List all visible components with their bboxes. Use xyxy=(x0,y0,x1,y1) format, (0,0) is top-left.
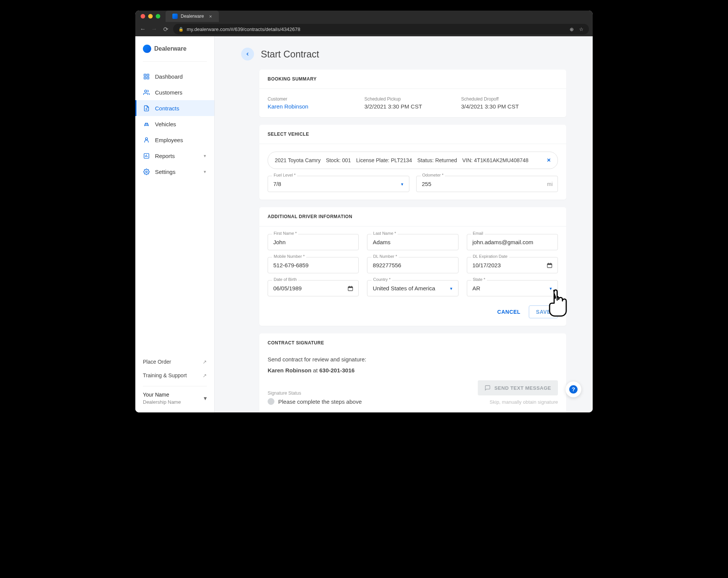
vehicle-chip[interactable]: 2021 Toyota Camry Stock: 001 License Pla… xyxy=(268,152,558,169)
card-heading: BOOKING SUMMARY xyxy=(259,70,566,89)
nav-label: Settings xyxy=(155,169,175,175)
vehicle-vin: VIN: 4T1K61AK2MU408748 xyxy=(462,157,528,163)
minimize-window-icon[interactable] xyxy=(148,14,153,19)
window-controls xyxy=(141,14,160,19)
divider xyxy=(143,386,207,386)
sidebar-item-contracts[interactable]: Contracts xyxy=(135,100,214,116)
state-select[interactable] xyxy=(467,280,558,296)
footer-link-label: Place Order xyxy=(143,359,171,365)
favicon-icon xyxy=(172,14,178,19)
recipient-phone: 630-201-3016 xyxy=(319,367,355,373)
browser-tab[interactable]: Dealerware × xyxy=(166,11,219,22)
first-name-input[interactable] xyxy=(268,234,359,250)
maximize-window-icon[interactable] xyxy=(156,14,160,19)
brand-logo[interactable]: Dealerware xyxy=(135,36,214,58)
place-order-link[interactable]: Place Order ↗ xyxy=(143,355,207,369)
vehicle-stock: Stock: 001 xyxy=(326,157,351,163)
page-title: Start Contract xyxy=(261,49,319,60)
nav-label: Customers xyxy=(155,89,183,96)
dropoff-value: 3/4/2021 3:30 PM CST xyxy=(461,103,558,110)
dropoff-label: Scheduled Dropoff xyxy=(461,96,558,102)
chat-icon xyxy=(485,385,491,391)
email-label: Email xyxy=(471,231,485,236)
nav-label: Employees xyxy=(155,137,183,143)
titlebar: Dealerware × xyxy=(135,11,593,22)
dob-input[interactable] xyxy=(268,280,359,296)
external-link-icon: ↗ xyxy=(203,373,207,378)
browser-window: Dealerware × ← → ⟳ 🔒 my.dealerware.com/#… xyxy=(135,11,593,412)
dl-expiration-input[interactable] xyxy=(467,257,558,273)
signature-status-text: Please complete the steps above xyxy=(278,398,362,405)
back-button[interactable] xyxy=(241,48,254,60)
nav: Dashboard Customers Contracts Vehicles E… xyxy=(135,65,214,355)
last-name-input[interactable] xyxy=(367,234,458,250)
account-menu[interactable]: Your Name Dealership Name ▾ xyxy=(143,392,207,405)
pickup-value: 3/2/2021 3:30 PM CST xyxy=(364,103,461,110)
email-input[interactable] xyxy=(467,234,558,250)
nav-label: Contracts xyxy=(155,105,179,112)
chevron-down-icon: ▼ xyxy=(203,170,207,174)
sidebar-item-dashboard[interactable]: Dashboard xyxy=(135,68,214,84)
zoom-icon[interactable]: ⊕ xyxy=(570,26,574,32)
url-text: my.dealerware.com/#/639/contracts/detail… xyxy=(187,26,300,32)
help-fab-button[interactable]: ? xyxy=(565,381,581,397)
skip-signature-link[interactable]: Skip, manually obtain signature xyxy=(478,399,558,405)
dl-expiration-label: DL Expiration Date xyxy=(471,254,509,259)
driver-info-card: ADDITIONAL DRIVER INFORMATION First Name… xyxy=(259,207,566,326)
logo-icon xyxy=(143,45,151,53)
clear-vehicle-icon[interactable]: × xyxy=(547,157,551,164)
bookmark-icon[interactable]: ☆ xyxy=(579,26,584,32)
mobile-input[interactable] xyxy=(268,257,359,273)
reload-icon[interactable]: ⟳ xyxy=(162,25,169,33)
signature-instruction: Send contract for review and signature: xyxy=(268,356,558,363)
send-text-label: SEND TEXT MESSAGE xyxy=(494,385,551,391)
card-heading: ADDITIONAL DRIVER INFORMATION xyxy=(259,207,566,226)
customer-label: Customer xyxy=(268,96,364,102)
vehicles-icon xyxy=(143,121,150,127)
nav-back-icon[interactable]: ← xyxy=(139,25,147,33)
training-support-link[interactable]: Training & Support ↗ xyxy=(143,369,207,382)
footer-link-label: Training & Support xyxy=(143,372,187,378)
last-name-label: Last Name * xyxy=(372,231,398,236)
odometer-input[interactable] xyxy=(416,176,558,192)
dob-label: Date of Birth xyxy=(272,277,298,282)
tab-title: Dealerware xyxy=(181,14,204,19)
status-dot-icon xyxy=(268,398,274,405)
contract-signature-card: CONTRACT SIGNATURE Send contract for rev… xyxy=(259,333,566,412)
chevron-down-icon: ▼ xyxy=(203,154,207,158)
dashboard-icon xyxy=(143,73,150,80)
sidebar: Dealerware Dashboard Customers Contracts xyxy=(135,36,215,412)
sidebar-item-vehicles[interactable]: Vehicles xyxy=(135,116,214,132)
customers-icon xyxy=(143,89,150,96)
close-tab-icon[interactable]: × xyxy=(209,14,212,19)
dealership-name: Dealership Name xyxy=(143,399,181,405)
svg-point-12 xyxy=(146,171,147,172)
chevron-down-icon: ▾ xyxy=(204,395,207,402)
save-button[interactable]: SAVE xyxy=(529,305,558,318)
booking-summary-card: BOOKING SUMMARY Customer Karen Robinson … xyxy=(259,70,566,117)
sidebar-item-reports[interactable]: Reports ▼ xyxy=(135,148,214,164)
dl-number-label: DL Number * xyxy=(372,254,398,259)
svg-point-7 xyxy=(145,138,147,140)
dl-number-input[interactable] xyxy=(367,257,458,273)
brand-name: Dealerware xyxy=(154,45,186,52)
signature-recipient: Karen Robinson at 630-201-3016 xyxy=(268,367,558,373)
nav-forward-icon: → xyxy=(150,25,158,33)
fuel-level-select[interactable] xyxy=(268,176,409,192)
sidebar-item-settings[interactable]: Settings ▼ xyxy=(135,164,214,180)
vehicle-desc: 2021 Toyota Camry xyxy=(275,157,321,163)
customer-name-link[interactable]: Karen Robinson xyxy=(268,103,364,110)
contracts-icon xyxy=(143,105,150,112)
nav-label: Vehicles xyxy=(155,121,176,127)
url-input[interactable]: 🔒 my.dealerware.com/#/639/contracts/deta… xyxy=(173,24,589,34)
close-window-icon[interactable] xyxy=(141,14,145,19)
select-vehicle-card: SELECT VEHICLE 2021 Toyota Camry Stock: … xyxy=(259,125,566,200)
send-text-message-button: SEND TEXT MESSAGE xyxy=(478,380,558,395)
recipient-name: Karen Robinson xyxy=(268,367,311,373)
sidebar-item-customers[interactable]: Customers xyxy=(135,84,214,100)
sidebar-item-employees[interactable]: Employees xyxy=(135,132,214,148)
nav-label: Dashboard xyxy=(155,73,183,80)
country-select[interactable] xyxy=(367,280,458,296)
cancel-button[interactable]: CANCEL xyxy=(497,309,520,315)
country-label: Country * xyxy=(372,277,392,282)
